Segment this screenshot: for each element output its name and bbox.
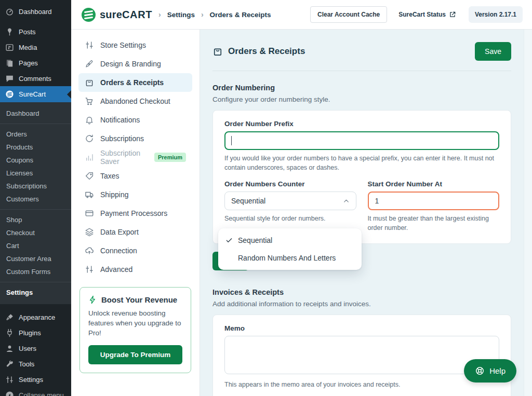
status-link-label: SureCart Status: [398, 11, 446, 18]
wp-menu-media[interactable]: Media: [0, 39, 71, 55]
wp-menu-label: Posts: [19, 28, 36, 36]
bag-icon: [212, 46, 223, 57]
wp-submenu-customers[interactable]: Customers: [0, 193, 71, 206]
check-icon: [225, 237, 233, 244]
wp-submenu-shop[interactable]: Shop: [0, 213, 71, 226]
scrollbar-track[interactable]: [524, 30, 532, 396]
wp-submenu-licenses[interactable]: Licenses: [0, 167, 71, 180]
wp-submenu-checkout[interactable]: Checkout: [0, 226, 71, 239]
wp-menu-label: SureCart: [19, 90, 46, 98]
wp-submenu-customer-area[interactable]: Customer Area: [0, 252, 71, 265]
premium-badge: Premium: [154, 153, 186, 162]
app-window: Dashboard Posts Media Pages Comments Sur…: [0, 0, 532, 396]
nav-payment-processors[interactable]: Payment Processors: [78, 204, 192, 223]
cart-icon: [85, 97, 94, 106]
dashboard-icon: [5, 7, 14, 16]
breadcrumb-orders-receipts[interactable]: Orders & Receipts: [210, 11, 271, 19]
memo-help: This appears in the memo area of your in…: [224, 380, 499, 389]
wp-menu-label: Collapse menu: [19, 391, 64, 396]
nav-design-branding[interactable]: Design & Branding: [78, 54, 192, 73]
media-icon: [5, 43, 14, 52]
nav-shipping[interactable]: Shipping: [78, 185, 192, 204]
sliders-icon: [85, 265, 94, 274]
memo-textarea[interactable]: [224, 336, 499, 374]
wp-menu-plugins[interactable]: Plugins: [0, 325, 71, 340]
wp-collapse-menu[interactable]: Collapse menu: [0, 387, 71, 396]
boost-revenue-panel: Boost Your Revenue Unlock revenue boosti…: [79, 287, 191, 373]
wp-submenu-subscriptions[interactable]: Subscriptions: [0, 180, 71, 193]
invoices-card: Memo This appears in the memo area of yo…: [212, 315, 511, 396]
nav-advanced[interactable]: Advanced: [78, 260, 192, 279]
wp-submenu-settings[interactable]: Settings: [0, 286, 71, 299]
collapse-icon: [5, 391, 14, 396]
help-button[interactable]: Help: [464, 359, 516, 383]
dropdown-option-sequential[interactable]: Sequential: [218, 231, 362, 249]
invoices-heading: Invoices & Receipts: [212, 288, 511, 296]
wp-submenu-coupons[interactable]: Coupons: [0, 154, 71, 167]
wp-menu-users[interactable]: Users: [0, 340, 71, 356]
sliders-icon: [5, 375, 14, 384]
bar-chart-icon: [85, 153, 94, 162]
wp-admin-sidebar: Dashboard Posts Media Pages Comments Sur…: [0, 0, 71, 396]
wp-menu-posts[interactable]: Posts: [0, 24, 71, 39]
order-numbering-card: Order Number Prefix If you would like yo…: [212, 110, 511, 244]
breadcrumb-settings[interactable]: Settings: [167, 11, 195, 19]
wp-menu-comments[interactable]: Comments: [0, 71, 71, 86]
wp-menu-settings[interactable]: Settings: [0, 372, 71, 387]
wp-menu-label: Pages: [19, 59, 38, 67]
upgrade-premium-button[interactable]: Upgrade To Premium: [88, 345, 182, 364]
nav-orders-receipts[interactable]: Orders & Receipts: [78, 73, 192, 92]
dropdown-option-random[interactable]: Random Numbers And Letters: [218, 249, 362, 267]
nav-item-label: Connection: [100, 247, 137, 255]
order-number-prefix-label: Order Number Prefix: [224, 120, 499, 128]
selected-option-label: Sequential: [231, 197, 265, 205]
clear-account-cache-button[interactable]: Clear Account Cache: [310, 6, 387, 23]
tag-icon: [85, 171, 94, 181]
save-button-header[interactable]: Save: [475, 42, 511, 61]
wp-menu-dashboard[interactable]: Dashboard: [0, 4, 71, 19]
wp-submenu-dashboard[interactable]: Dashboard: [0, 107, 71, 120]
order-number-prefix-input[interactable]: [224, 131, 499, 150]
help-label: Help: [489, 366, 506, 375]
surecart-brand[interactable]: surecart: [82, 8, 152, 22]
nav-item-label: Subscription Saver: [100, 149, 148, 166]
nav-abandoned-checkout[interactable]: Abandoned Checkout: [78, 92, 192, 111]
order-numbers-counter-select[interactable]: Sequential: [224, 192, 356, 210]
nav-item-label: Design & Branding: [100, 60, 161, 68]
text-caret: [231, 136, 232, 145]
wp-submenu-products[interactable]: Products: [0, 141, 71, 154]
wp-submenu-orders[interactable]: Orders: [0, 128, 71, 141]
credit-card-icon: [85, 209, 94, 218]
wp-menu-label: Comments: [19, 75, 51, 83]
nav-store-settings[interactable]: Store Settings: [78, 36, 192, 54]
wp-menu-label: Media: [19, 44, 37, 51]
nav-item-label: Advanced: [100, 265, 132, 274]
nav-subscriptions[interactable]: Subscriptions: [78, 129, 192, 148]
wp-menu-tools[interactable]: Tools: [0, 356, 71, 372]
nav-subscription-saver[interactable]: Subscription Saver Premium: [78, 148, 192, 167]
wp-menu-pages[interactable]: Pages: [0, 55, 71, 71]
divider: [212, 71, 511, 71]
boost-body-text: Unlock revenue boosting features when yo…: [88, 309, 182, 338]
bag-icon: [85, 78, 94, 87]
order-number-prefix-help: If you would like your order numbers to …: [224, 154, 499, 172]
bell-icon: [85, 115, 94, 125]
wp-submenu-custom-forms[interactable]: Custom Forms: [0, 265, 71, 278]
wrench-icon: [5, 360, 14, 368]
nav-data-export[interactable]: Data Export: [78, 223, 192, 241]
wp-menu-appearance[interactable]: Appearance: [0, 309, 71, 325]
wp-submenu-cart[interactable]: Cart: [0, 239, 71, 252]
nav-item-label: Abandoned Checkout: [100, 97, 170, 105]
nav-taxes[interactable]: Taxes: [78, 167, 192, 185]
lifebuoy-icon: [475, 366, 485, 376]
wp-surecart-submenu: Dashboard Orders Products Coupons Licens…: [0, 102, 71, 304]
nav-notifications[interactable]: Notifications: [78, 111, 192, 129]
start-order-number-input[interactable]: [368, 192, 500, 210]
divider: [0, 124, 71, 124]
wp-menu-surecart[interactable]: SureCart: [0, 86, 71, 102]
nav-connection[interactable]: Connection: [78, 241, 192, 260]
wp-menu-label: Dashboard: [19, 8, 52, 16]
surecart-status-link[interactable]: SureCart Status: [398, 11, 456, 18]
brush-icon: [5, 313, 14, 322]
cloud-icon: [85, 246, 94, 255]
